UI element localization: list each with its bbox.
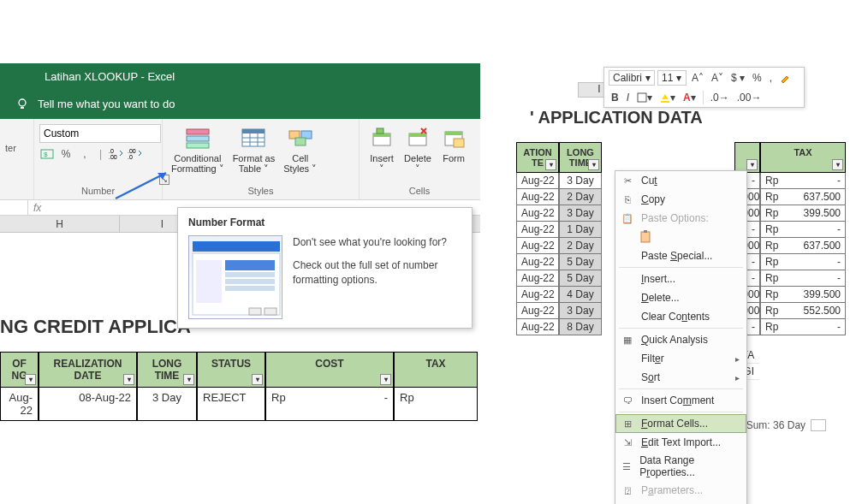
- conditional-formatting-button[interactable]: Conditional Formatting ˅: [168, 122, 228, 175]
- table-row[interactable]: Aug-22 08-Aug-22 3 Day REJECT Rp- Rp: [0, 388, 479, 421]
- cell-long[interactable]: 5 Day: [559, 270, 602, 287]
- insert-cells-button[interactable]: Insert˅: [365, 122, 399, 175]
- cell-tax[interactable]: Rp: [394, 388, 478, 421]
- filter-icon[interactable]: ▾: [746, 159, 758, 170]
- svg-rect-21: [377, 128, 383, 133]
- mini-fontsize-select[interactable]: 11 ▾: [657, 70, 687, 86]
- decrease-decimal-icon[interactable]: .00.0: [128, 146, 143, 162]
- ctx-copy[interactable]: ⎘Copy: [615, 190, 746, 209]
- cell-tax[interactable]: Rp552.500: [760, 303, 846, 319]
- filter-icon[interactable]: ▾: [252, 374, 263, 385]
- mini-font-select[interactable]: Calibri ▾: [609, 70, 655, 86]
- cell-tax[interactable]: Rp-: [760, 319, 846, 335]
- percent-format-icon[interactable]: %: [58, 146, 74, 162]
- ctx-clear[interactable]: Clear Contents: [615, 307, 746, 326]
- cell-tax[interactable]: Rp399.500: [760, 287, 846, 303]
- cell-tax[interactable]: Rp-: [760, 173, 846, 189]
- cell-tax[interactable]: Rp-: [760, 222, 846, 238]
- annotation-arrow-icon: [111, 168, 175, 202]
- ctx-insert[interactable]: Insert...: [615, 270, 746, 288]
- filter-icon[interactable]: ▾: [25, 374, 36, 385]
- mini-border-icon[interactable]: ▾: [634, 91, 655, 104]
- filter-icon[interactable]: ▾: [123, 374, 134, 385]
- comma-format-icon[interactable]: ,: [77, 146, 92, 162]
- cell-date[interactable]: Aug-22: [516, 189, 559, 205]
- svg-text:.0: .0: [128, 154, 133, 160]
- mini-currency-icon[interactable]: $ ▾: [728, 71, 747, 85]
- formula-bar-fx-icon[interactable]: fx: [28, 202, 46, 214]
- format-as-table-button[interactable]: Format as Table ˅: [229, 122, 279, 175]
- view-normal-icon[interactable]: [811, 419, 826, 431]
- th-tax: TAX: [394, 352, 478, 388]
- cell-tax[interactable]: Rp-: [760, 254, 846, 270]
- lightbulb-icon: [15, 98, 29, 111]
- cell-of-date[interactable]: Aug-22: [0, 388, 39, 421]
- ctx-cut[interactable]: ✂Cut: [615, 171, 746, 190]
- cell-date[interactable]: Aug-22: [516, 254, 559, 270]
- mini-bold-icon[interactable]: B: [609, 91, 621, 104]
- cell-date[interactable]: Aug-22: [516, 287, 559, 303]
- cell-tax[interactable]: Rp-: [760, 270, 846, 287]
- mini-dec-increase-icon[interactable]: .0→: [708, 91, 732, 104]
- filter-icon[interactable]: ▾: [545, 159, 556, 170]
- mini-percent-icon[interactable]: %: [750, 71, 764, 85]
- cell-long[interactable]: 5 Day: [559, 254, 602, 270]
- cell-date[interactable]: Aug-22: [516, 222, 559, 238]
- cell-date[interactable]: Aug-22: [516, 238, 559, 254]
- ctx-refresh[interactable]: ⟳Refresh: [615, 500, 746, 504]
- paste-icon: [639, 230, 653, 244]
- filter-icon[interactable]: ▾: [183, 374, 194, 385]
- cell-tax[interactable]: Rp637.500: [760, 238, 846, 254]
- cell-tax[interactable]: Rp637.500: [760, 189, 846, 205]
- increase-decimal-icon[interactable]: .0.00: [109, 146, 124, 162]
- cell-long[interactable]: 4 Day: [559, 287, 602, 303]
- ctx-edit-text-import[interactable]: ⇲Edit Text Import...: [615, 433, 746, 452]
- cell-long[interactable]: 8 Day: [559, 319, 602, 335]
- cell-long[interactable]: 3 Day: [559, 173, 602, 189]
- cell-long[interactable]: 2 Day: [559, 189, 602, 205]
- accounting-format-icon[interactable]: $: [39, 146, 55, 162]
- ctx-paste-btn[interactable]: [615, 228, 746, 246]
- cell-date[interactable]: Aug-22: [516, 205, 559, 222]
- cell-long[interactable]: 2 Day: [559, 238, 602, 254]
- col-header-h[interactable]: H: [0, 216, 120, 232]
- ctx-paste-special[interactable]: Paste Special...: [615, 246, 746, 265]
- cell-styles-button[interactable]: Cell Styles ˅: [280, 122, 320, 175]
- filter-icon[interactable]: ▾: [588, 159, 599, 170]
- mini-fill-color-icon[interactable]: ▾: [657, 91, 678, 104]
- cell-date[interactable]: Aug-22: [516, 270, 559, 287]
- cell-date[interactable]: Aug-22: [516, 319, 559, 335]
- filter-icon[interactable]: ▾: [832, 159, 843, 170]
- cell-realization[interactable]: 08-Aug-22: [39, 388, 137, 421]
- number-format-select[interactable]: [39, 124, 161, 143]
- cell-cost[interactable]: Rp-: [265, 388, 394, 421]
- cell-tax[interactable]: Rp399.500: [760, 205, 846, 222]
- ctx-sort[interactable]: Sort▸: [615, 368, 746, 387]
- mini-italic-icon[interactable]: I: [624, 91, 632, 104]
- ctx-quick-analysis[interactable]: ▦Quick Analysis: [615, 330, 746, 349]
- tell-me-bar[interactable]: Tell me what you want to do: [0, 89, 480, 119]
- cell-date[interactable]: Aug-22: [516, 173, 559, 189]
- ctx-data-range-props[interactable]: ☰Data Range Properties...: [615, 452, 746, 481]
- format-cells-button[interactable]: Form: [437, 122, 471, 165]
- filter-icon[interactable]: ▾: [380, 374, 391, 385]
- ctx-delete[interactable]: Delete...: [615, 288, 746, 307]
- cell-long[interactable]: 3 Day: [559, 303, 602, 319]
- ctx-format-cells[interactable]: ⊞Format Cells...: [615, 414, 746, 433]
- ctx-filter[interactable]: Filter▸: [615, 349, 746, 368]
- cell-date[interactable]: Aug-22: [516, 303, 559, 319]
- mini-paintbrush-icon[interactable]: [777, 72, 793, 84]
- mini-dec-decrease-icon[interactable]: .00→: [734, 91, 764, 104]
- mini-shrink-font-icon[interactable]: A˅: [709, 71, 726, 85]
- mini-font-color-icon[interactable]: A▾: [681, 91, 698, 104]
- mini-comma-icon[interactable]: ,: [767, 71, 775, 85]
- cell-long[interactable]: 3 Day: [137, 388, 197, 421]
- ctx-insert-comment[interactable]: 🗨Insert Comment: [615, 391, 746, 410]
- rth-hidden: ▾: [734, 142, 760, 173]
- mini-grow-font-icon[interactable]: A˄: [689, 71, 706, 85]
- cell-long[interactable]: 1 Day: [559, 222, 602, 238]
- delete-cells-button[interactable]: Delete˅: [401, 122, 435, 175]
- svg-rect-41: [644, 230, 647, 233]
- cell-long[interactable]: 3 Day: [559, 205, 602, 222]
- cell-status[interactable]: REJECT: [197, 388, 265, 421]
